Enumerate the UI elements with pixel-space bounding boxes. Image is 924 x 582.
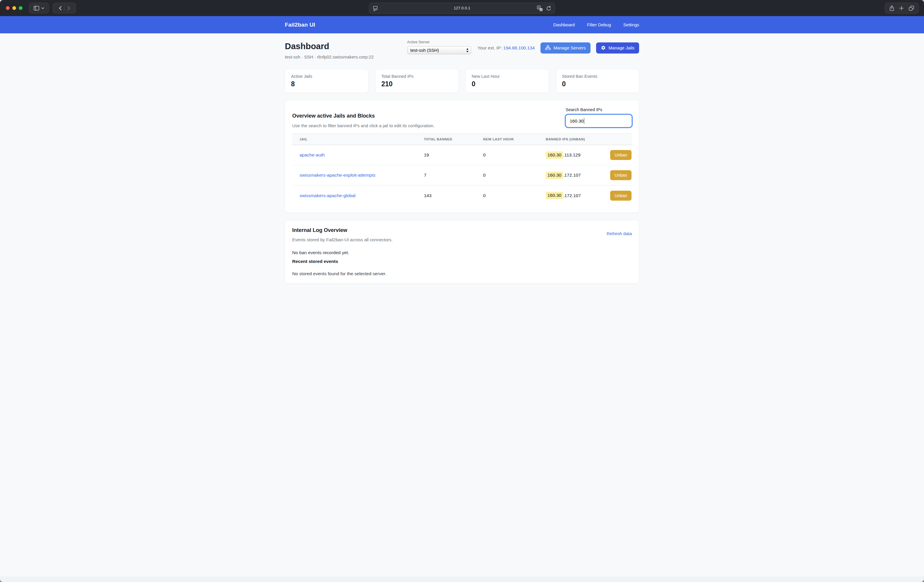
log-subtitle: Events stored by Fail2ban-UI across all … [292, 237, 393, 242]
sidebar-icon [34, 6, 39, 10]
zoom-window-button[interactable] [19, 6, 23, 10]
log-title: Internal Log Overview [292, 227, 393, 233]
table-row: swissmakers-apache-exploit-attempts 7 0 … [292, 165, 462, 186]
table-row: apache-auth 19 0 160.30 .113.129 Unban [292, 145, 462, 165]
table-row: swissmakers-apache-global 143 0 160.30 .… [292, 186, 462, 206]
page-content: Dashboard test-ssh · SSH · rlinfp02.swis… [0, 33, 462, 291]
address-bar[interactable]: 127.0.0.1 A x [369, 3, 462, 14]
page-subtitle: test-ssh · SSH · rlinfp02.swissmakers.co… [285, 54, 374, 59]
total-banned-value: 143 [424, 193, 462, 198]
close-window-button[interactable] [6, 6, 10, 10]
stat-label: Active Jails [291, 74, 362, 79]
forward-button[interactable] [67, 6, 70, 10]
total-banned-value: 19 [424, 152, 462, 158]
jail-link[interactable]: swissmakers-apache-exploit-attempts [300, 173, 375, 178]
log-heading-block: Internal Log Overview Events stored by F… [292, 227, 393, 242]
no-ban-events-text: No ban events recorded yet. [292, 250, 462, 255]
page-title: Dashboard [285, 41, 374, 51]
app-navbar: Fail2ban UI Dashboard Filter Debug Setti… [0, 16, 462, 33]
sidebar-toggle-button[interactable] [29, 3, 49, 13]
window-controls [6, 6, 23, 10]
col-header-total-banned: TOTAL BANNED [424, 138, 462, 141]
minimize-window-button[interactable] [12, 6, 16, 10]
history-nav [53, 3, 76, 13]
no-stored-events-text: No stored events found for the selected … [292, 271, 462, 276]
browser-chrome: 127.0.0.1 A x [0, 0, 462, 16]
stat-label: Total Banned IPs [381, 74, 453, 79]
back-button[interactable] [59, 6, 62, 10]
jail-link[interactable]: apache-auth [300, 152, 325, 157]
divider [64, 5, 65, 11]
jail-link[interactable]: swissmakers-apache-global [300, 193, 355, 198]
stat-card-total-banned: Total Banned IPs 210 [375, 69, 459, 93]
active-server-label: Active Server [407, 40, 462, 44]
total-banned-value: 7 [424, 173, 462, 178]
active-server-select[interactable]: test-ssh (SSH) [407, 46, 462, 54]
internal-log-panel: Internal Log Overview Events stored by F… [285, 220, 462, 284]
stat-card-active-jails: Active Jails 8 [285, 69, 368, 93]
recent-stored-events-title: Recent stored events [292, 259, 462, 264]
overview-subtitle: Use the search to filter banned IPs and … [292, 123, 434, 128]
chevron-down-icon [41, 7, 44, 9]
jails-overview-panel: Overview active Jails and Blocks Use the… [285, 100, 462, 213]
app-brand[interactable]: Fail2ban UI [285, 21, 315, 28]
stat-value: 8 [291, 80, 362, 88]
stat-value: 210 [381, 80, 453, 88]
overview-title: Overview active Jails and Blocks [292, 113, 434, 119]
jails-table-header: JAIL TOTAL BANNED NEW LAST HOUR BANNED I… [292, 133, 462, 145]
stat-cards: Active Jails 8 Total Banned IPs 210 New … [285, 69, 462, 93]
browser-window: 127.0.0.1 A x [0, 0, 462, 291]
jails-table: JAIL TOTAL BANNED NEW LAST HOUR BANNED I… [292, 133, 462, 206]
active-server-value: test-ssh (SSH) [411, 48, 439, 53]
url-text: 127.0.0.1 [369, 3, 462, 13]
col-header-jail: JAIL [292, 138, 424, 141]
page-title-block: Dashboard test-ssh · SSH · rlinfp02.swis… [285, 41, 374, 59]
overview-heading-block: Overview active Jails and Blocks Use the… [292, 113, 434, 128]
